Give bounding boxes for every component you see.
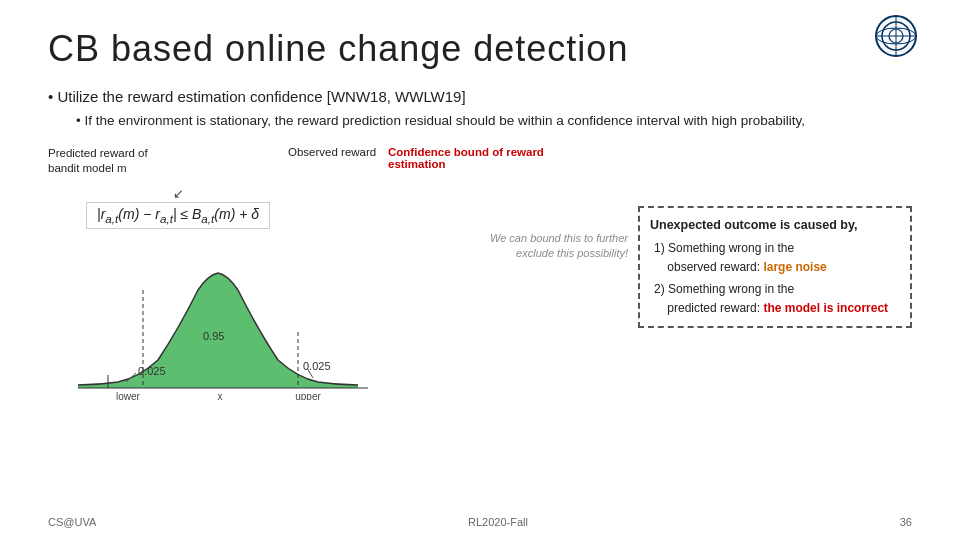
unexpected-outcome-box: Unexpected outcome is caused by, 1) Some… <box>638 206 912 328</box>
bullet1-prefix: • Utilize <box>48 88 102 105</box>
label-predicted: Predicted reward of bandit model m <box>48 146 178 177</box>
svg-text:lower: lower <box>116 391 141 400</box>
slide: CB based online change detection • Utili… <box>0 0 960 540</box>
unexpected-title: Unexpected outcome is caused by, <box>650 216 900 235</box>
formula-display: |ra,t(m) − ra,t| ≤ Ba,t(m) + δ <box>86 202 270 229</box>
svg-text:upper: upper <box>295 391 321 400</box>
page-title: CB based online change detection <box>48 28 912 70</box>
unexpected-item1: 1) Something wrong in the observed rewar… <box>654 239 900 276</box>
bullet1-the: the <box>102 88 123 105</box>
bell-curve-svg: 0.025 0.95 0.025 lower limit x upper lim… <box>58 270 378 400</box>
footer-right: 36 <box>900 516 912 528</box>
svg-text:0.025: 0.025 <box>303 360 331 372</box>
formula-group: ↙ |ra,t(m) − ra,t| ≤ Ba,t(m) + δ <box>86 186 270 229</box>
can-bound-text: We can bound this to furtherexclude this… <box>48 231 628 262</box>
footer: CS@UVA RL2020-Fall 36 <box>48 516 912 528</box>
content-area: Predicted reward of bandit model m Obser… <box>48 146 912 404</box>
bell-curve-container: 0.025 0.95 0.025 lower limit x upper lim… <box>58 270 378 404</box>
label-observed: Observed reward <box>288 146 376 158</box>
svg-text:0.025: 0.025 <box>138 365 166 377</box>
left-column: Predicted reward of bandit model m Obser… <box>48 146 628 404</box>
label-confidence: Confidence bound of reward estimation <box>388 146 588 170</box>
svg-text:x: x <box>218 391 223 400</box>
label-row: Predicted reward of bandit model m Obser… <box>48 146 628 178</box>
footer-left: CS@UVA <box>48 516 96 528</box>
right-column: Unexpected outcome is caused by, 1) Some… <box>638 146 912 404</box>
bullet-2: • If the environment is stationary, the … <box>76 111 912 132</box>
logo-icon <box>874 14 918 58</box>
bullet1-text: reward estimation confidence [WNW18, WWL… <box>123 88 465 105</box>
formula-row: ↙ |ra,t(m) − ra,t| ≤ Ba,t(m) + δ <box>48 186 270 229</box>
footer-center: RL2020-Fall <box>468 516 528 528</box>
unexpected-item2: 2) Something wrong in the predicted rewa… <box>654 280 900 317</box>
bullet-1: • Utilize the reward estimation confiden… <box>48 88 912 105</box>
svg-text:0.95: 0.95 <box>203 330 224 342</box>
